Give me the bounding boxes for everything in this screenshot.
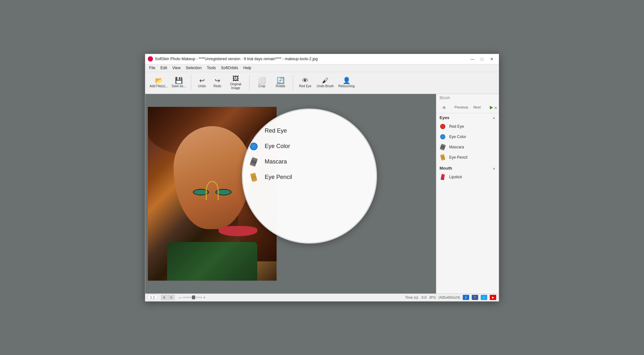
undo-brush-icon: 🖌 <box>322 77 328 84</box>
red-eye-m-label: Red Eye <box>265 127 287 134</box>
eye-color-sidebar-label: Eye Color <box>449 135 466 139</box>
menu-softorbits[interactable]: SoftOrbits <box>218 65 241 71</box>
menu-help[interactable]: Help <box>241 65 254 71</box>
mascara-sidebar-label: Mascara <box>449 145 464 149</box>
necklace <box>206 181 219 200</box>
retouching-icon: 👤 <box>343 77 351 84</box>
mascara-m-icon <box>249 157 258 166</box>
toolbar-group-edit: ↩ Undo ↪ Redo 🖼 Original Image <box>193 73 247 92</box>
undo-icon: ↩ <box>199 77 205 84</box>
magnify-item-eye-pencil[interactable]: Eye Pencil <box>243 170 376 185</box>
sidebar-close-button[interactable]: ✕ <box>494 106 497 110</box>
twitter-icon[interactable]: t <box>481 295 487 300</box>
original-image-button[interactable]: 🖼 Original Image <box>225 73 246 92</box>
main-area: Eyes ▲ Red Eye Eye Color <box>145 94 499 294</box>
menu-selection[interactable]: Selection <box>183 65 204 71</box>
mouth-section-arrow[interactable]: ▲ <box>492 166 496 170</box>
eye-pencil-m-label: Eye Pencil <box>265 174 292 181</box>
previous-label: Previous <box>454 105 468 109</box>
toolbar-sep-1 <box>191 75 191 91</box>
sidebar: Blush ◀ Previous Next ▶ ✕ Eyes ▲ <box>436 94 499 294</box>
mascara-shape <box>250 157 258 167</box>
pencil-shape <box>250 173 257 182</box>
mascara-m-label: Mascara <box>265 158 287 165</box>
previous-button[interactable]: ◀ <box>439 103 448 112</box>
zoom-level: 1:1 <box>148 295 157 300</box>
pencil-shape-small <box>440 154 445 160</box>
save-as-label: Save as... <box>172 84 186 88</box>
zoom-minus[interactable]: — <box>178 295 182 299</box>
toolbar-group-tools: 👁 Red Eye 🖌 Undo Brush 👤 Retouching <box>295 73 358 92</box>
toolbar-sep-3 <box>293 75 293 91</box>
facebook-icon[interactable]: f <box>472 295 478 300</box>
view-mode-icons: ⊞ ⊟ <box>161 295 175 300</box>
mouth-section-header: Mouth ▲ <box>436 164 499 172</box>
view-icon-1[interactable]: ⊞ <box>161 295 167 300</box>
window-title: SoftSkin Photo Makeup - ****Unregistered… <box>155 57 468 61</box>
rotate-button[interactable]: 🔄 Rotate <box>271 73 289 92</box>
youtube-icon[interactable]: ▶ <box>490 295 496 300</box>
mascara-icon <box>440 144 446 150</box>
mouth-section-title: Mouth <box>440 166 452 171</box>
app-icon <box>148 56 153 61</box>
titlebar-buttons: — □ ✕ <box>468 55 496 62</box>
eye-color-dot <box>250 143 258 150</box>
magnify-item-mascara[interactable]: Mascara <box>243 154 376 170</box>
menu-tools[interactable]: Tools <box>204 65 218 71</box>
titlebar: SoftSkin Photo Makeup - ****Unregistered… <box>145 54 499 64</box>
undo-button[interactable]: ↩ Undo <box>194 73 209 92</box>
menu-edit[interactable]: Edit <box>158 65 170 71</box>
save-as-button[interactable]: 💾 Save as... <box>170 73 188 92</box>
zoom-thumb[interactable] <box>192 295 195 299</box>
mascara-shape-small <box>440 144 446 151</box>
red-eye-sidebar-label: Red Eye <box>449 124 464 129</box>
add-files-button[interactable]: 📂 Add File(s)... <box>148 73 169 92</box>
toolbar: 📂 Add File(s)... 💾 Save as... ↩ Undo ↪ R… <box>145 72 499 94</box>
close-button[interactable]: ✕ <box>487 55 496 62</box>
menubar: File Edit View Selection Tools SoftOrbit… <box>145 64 499 72</box>
sidebar-item-lipstick[interactable]: Lipstick <box>436 172 499 182</box>
crop-button[interactable]: ⬜ Crop <box>253 73 271 92</box>
redo-button[interactable]: ↪ Redo <box>210 73 225 92</box>
original-image-icon: 🖼 <box>232 75 239 82</box>
eye-color-m-icon <box>249 142 258 151</box>
zoom-track[interactable] <box>183 297 202 298</box>
magnify-overlay: Eyes ▲ Red Eye Eye Color <box>242 108 377 244</box>
info-button[interactable]: i <box>463 295 469 300</box>
zoom-slider[interactable]: — + <box>178 295 205 299</box>
image-area: Eyes ▲ Red Eye Eye Color <box>145 94 436 294</box>
sidebar-item-red-eye[interactable]: Red Eye <box>436 121 499 132</box>
toolbar-group-files: 📂 Add File(s)... 💾 Save as... <box>147 73 189 92</box>
crop-icon: ⬜ <box>258 77 266 84</box>
dimensions-label: (435x650x24) <box>439 295 460 299</box>
menu-file[interactable]: File <box>147 65 158 71</box>
clothing <box>167 242 257 281</box>
maximize-button[interactable]: □ <box>478 55 487 62</box>
magnify-item-eye-color[interactable]: Eye Color <box>243 139 376 154</box>
statusbar: 1:1 ⊞ ⊟ — + Time (s): 0.0 JPG (435x650x2… <box>145 294 499 301</box>
view-icon-2[interactable]: ⊟ <box>168 295 175 300</box>
sidebar-item-eye-color[interactable]: Eye Color <box>436 132 499 142</box>
red-eye-button[interactable]: 👁 Red Eye <box>296 73 314 92</box>
format-label: JPG <box>429 295 436 299</box>
eye-pencil-sidebar-label: Eye Pencil <box>449 155 468 160</box>
lipstick-shape <box>441 174 445 180</box>
minimize-button[interactable]: — <box>468 55 477 62</box>
magnify-collapse-arrow[interactable]: ▲ <box>367 115 371 119</box>
save-as-icon: 💾 <box>175 77 183 84</box>
blush-label: Blush <box>436 94 499 101</box>
retouching-button[interactable]: 👤 Retouching <box>336 73 357 92</box>
red-eye-toolbar-icon: 👁 <box>302 77 308 84</box>
menu-view[interactable]: View <box>170 65 183 71</box>
eyes-section-arrow[interactable]: ▲ <box>492 116 496 119</box>
next-label: Next <box>473 105 481 109</box>
sidebar-item-eye-pencil[interactable]: Eye Pencil <box>436 152 499 163</box>
time-label: Time (s): <box>405 295 419 299</box>
undo-brush-button[interactable]: 🖌 Undo Brush <box>315 73 336 92</box>
eye-pencil-icon <box>440 154 446 161</box>
zoom-plus[interactable]: + <box>203 295 205 299</box>
red-eye-dot-small <box>440 124 445 129</box>
nav-labels: Previous Next <box>454 105 480 109</box>
sidebar-item-mascara[interactable]: Mascara <box>436 142 499 152</box>
redo-icon: ↪ <box>215 77 220 84</box>
